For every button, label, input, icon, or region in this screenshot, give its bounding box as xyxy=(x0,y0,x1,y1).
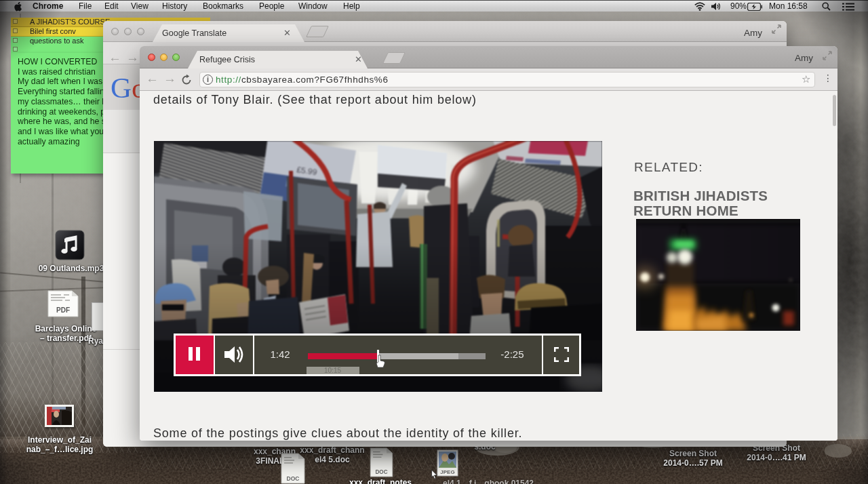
svg-text:PDF: PDF xyxy=(56,306,70,314)
svg-text:JPEG: JPEG xyxy=(440,469,454,475)
svg-text:DOC: DOC xyxy=(287,475,300,482)
svg-text:DOC: DOC xyxy=(375,469,387,475)
